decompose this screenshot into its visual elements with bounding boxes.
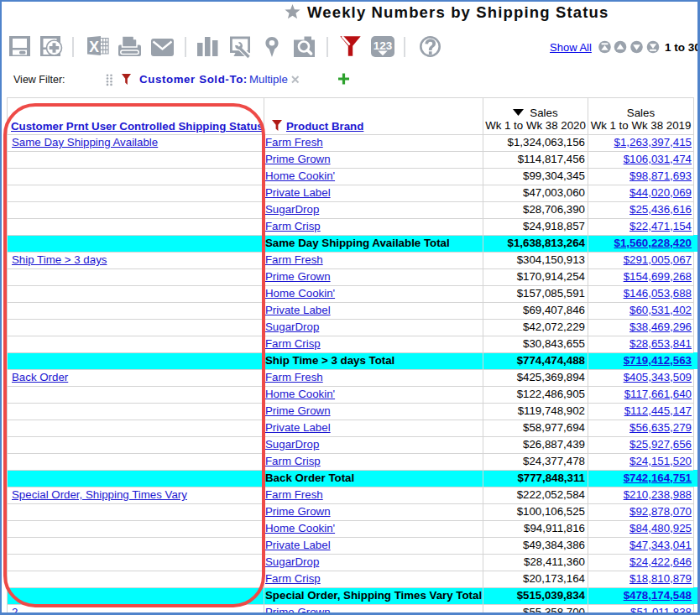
svg-text:X: X [89, 39, 99, 55]
svg-text:123: 123 [374, 39, 393, 51]
